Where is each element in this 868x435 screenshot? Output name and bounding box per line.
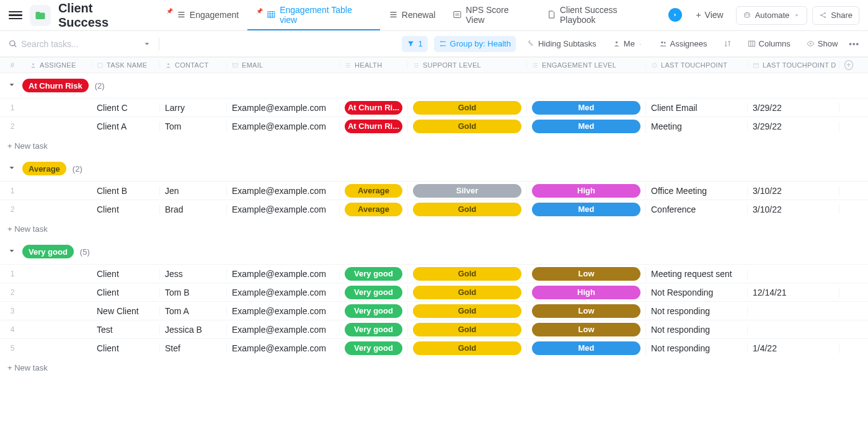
cell-health[interactable]: At Churn Ri... (340, 101, 408, 115)
folder-icon[interactable] (30, 5, 51, 26)
col-contact[interactable]: CONTACT (160, 61, 227, 69)
cell-touchpoint-date[interactable]: 3/10/22 (748, 204, 839, 214)
col-add[interactable]: + (839, 60, 858, 70)
cell-taskname[interactable]: Client (92, 204, 160, 214)
groupby-chip[interactable]: Group by: Health (434, 36, 516, 52)
cell-email[interactable]: Example@example.com (227, 288, 340, 297)
chevron-down-icon[interactable] (7, 164, 16, 174)
show-button[interactable]: Show (802, 36, 843, 52)
col-engagement[interactable]: ENGAGEMENT LEVEL (527, 61, 646, 69)
tab-engagement-table[interactable]: 📌 Engagement Table view (247, 0, 380, 30)
search-input[interactable] (21, 39, 139, 49)
cell-touchpoint-date[interactable]: 12/14/21 (748, 288, 839, 297)
cell-email[interactable]: Example@example.com (227, 204, 340, 214)
add-view-button[interactable]: + View (687, 0, 732, 30)
group-header[interactable]: Average (2) (0, 156, 868, 181)
cell-touchpoint[interactable]: Meeting (646, 121, 748, 131)
cell-taskname[interactable]: Client C (92, 103, 160, 113)
cell-engagement[interactable]: Med (527, 203, 646, 216)
cell-contact[interactable]: Jessica B (160, 325, 227, 335)
cell-contact[interactable]: Larry (160, 103, 227, 113)
cell-touchpoint[interactable]: Meeting request sent (646, 269, 748, 279)
cell-health[interactable]: Average (340, 203, 408, 216)
group-header[interactable]: At Churn Risk (2) (0, 73, 868, 98)
cell-touchpoint[interactable]: Not responding (646, 306, 748, 316)
col-touchpoint-date[interactable]: LAST TOUCHPOINT D (748, 61, 839, 69)
tab-nps[interactable]: NPS Score View (444, 0, 538, 30)
cell-health[interactable]: At Churn Ri... (340, 120, 408, 133)
cell-support[interactable]: Gold (408, 323, 527, 336)
col-touchpoint[interactable]: LAST TOUCHPOINT (646, 61, 748, 69)
cell-health[interactable]: Very good (340, 286, 408, 299)
cell-taskname[interactable]: Client B (92, 186, 160, 196)
cell-touchpoint-date[interactable]: 1/4/22 (748, 343, 839, 353)
me-chip[interactable]: Me · (608, 36, 648, 52)
chevron-down-icon[interactable] (7, 247, 16, 257)
col-email[interactable]: EMAIL (227, 61, 340, 69)
table-row[interactable]: 5 Client Stef Example@example.com Very g… (0, 338, 868, 357)
group-header[interactable]: Very good (5) (0, 239, 868, 264)
cell-support[interactable]: Gold (408, 286, 527, 299)
cell-taskname[interactable]: Client (92, 288, 160, 297)
cell-taskname[interactable]: Test (92, 325, 160, 335)
cell-support[interactable]: Silver (408, 184, 527, 198)
tab-renewal[interactable]: Renewal (380, 0, 444, 30)
new-task-button[interactable]: + New task (0, 135, 868, 156)
scroll-tabs-right[interactable] (663, 0, 687, 30)
new-task-button[interactable]: + New task (0, 218, 868, 239)
cell-contact[interactable]: Brad (160, 204, 227, 214)
table-row[interactable]: 1 Client Jess Example@example.com Very g… (0, 264, 868, 283)
cell-support[interactable]: Gold (408, 120, 527, 133)
automate-button[interactable]: Automate (736, 6, 808, 25)
sort-button[interactable] (719, 36, 737, 52)
chevron-down-icon[interactable] (143, 40, 151, 48)
col-num[interactable]: # (0, 61, 25, 69)
cell-health[interactable]: Very good (340, 304, 408, 318)
table-row[interactable]: 1 Client B Jen Example@example.com Avera… (0, 181, 868, 200)
cell-contact[interactable]: Jen (160, 186, 227, 196)
cell-contact[interactable]: Stef (160, 343, 227, 353)
chevron-down-icon[interactable] (7, 81, 16, 91)
cell-email[interactable]: Example@example.com (227, 343, 340, 353)
cell-support[interactable]: Gold (408, 101, 527, 115)
cell-health[interactable]: Very good (340, 267, 408, 281)
cell-contact[interactable]: Tom A (160, 306, 227, 316)
cell-touchpoint[interactable]: Conference (646, 204, 748, 214)
table-row[interactable]: 2 Client Brad Example@example.com Averag… (0, 200, 868, 218)
col-support[interactable]: SUPPORT LEVEL (408, 61, 527, 69)
cell-touchpoint[interactable]: Client Email (646, 103, 748, 113)
cell-support[interactable]: Gold (408, 341, 527, 355)
cell-touchpoint[interactable]: Not Responding (646, 288, 748, 297)
cell-engagement[interactable]: High (527, 286, 646, 299)
table-row[interactable]: 4 Test Jessica B Example@example.com Ver… (0, 320, 868, 338)
cell-support[interactable]: Gold (408, 203, 527, 216)
cell-touchpoint-date[interactable]: 3/29/22 (748, 121, 839, 131)
cell-touchpoint[interactable]: Not responding (646, 325, 748, 335)
cell-touchpoint[interactable]: Office Meeting (646, 186, 748, 196)
assignees-chip[interactable]: Assignees (654, 36, 712, 52)
cell-health[interactable]: Very good (340, 323, 408, 336)
more-menu[interactable]: ••• (849, 39, 859, 48)
tab-engagement[interactable]: 📌 Engagement (157, 0, 247, 30)
tab-playbook[interactable]: Client Success Playbook (538, 0, 663, 30)
cell-touchpoint-date[interactable]: 3/10/22 (748, 186, 839, 196)
filter-chip[interactable]: 1 (402, 36, 427, 52)
share-button[interactable]: Share (812, 6, 859, 25)
subtasks-chip[interactable]: Hiding Subtasks (522, 36, 601, 52)
menu-icon[interactable] (9, 9, 22, 22)
col-health[interactable]: HEALTH (340, 61, 408, 69)
cell-health[interactable]: Very good (340, 341, 408, 355)
cell-contact[interactable]: Tom B (160, 288, 227, 297)
cell-taskname[interactable]: New Client (92, 306, 160, 316)
cell-email[interactable]: Example@example.com (227, 325, 340, 335)
cell-support[interactable]: Gold (408, 304, 527, 318)
cell-taskname[interactable]: Client A (92, 121, 160, 131)
cell-contact[interactable]: Tom (160, 121, 227, 131)
cell-engagement[interactable]: Med (527, 341, 646, 355)
cell-support[interactable]: Gold (408, 267, 527, 281)
cell-engagement[interactable]: Low (527, 267, 646, 281)
cell-engagement[interactable]: Med (527, 101, 646, 115)
table-row[interactable]: 1 Client C Larry Example@example.com At … (0, 98, 868, 116)
cell-engagement[interactable]: Med (527, 120, 646, 133)
new-task-button[interactable]: + New task (0, 357, 868, 378)
